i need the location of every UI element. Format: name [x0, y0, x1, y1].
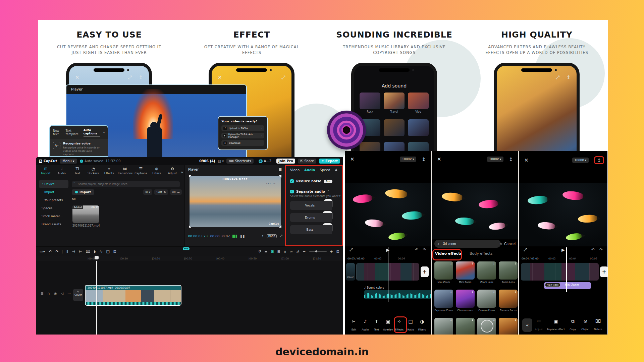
sidebar-item-device[interactable]: • Device: [39, 180, 68, 188]
replace-effect-button[interactable]: ▣Replace effect: [545, 318, 566, 332]
collapse-icon[interactable]: «: [103, 131, 105, 134]
effect-tile[interactable]: ↓Camera Focus: [434, 318, 453, 335]
tab-animation[interactable]: A: [335, 168, 337, 172]
upload-to-tiktok-button[interactable]: ♪ Upload to TikTok ›: [221, 125, 264, 131]
playhead-handle[interactable]: [95, 256, 99, 259]
view-mode-button[interactable]: ⊞▾: [143, 189, 152, 195]
tab-import[interactable]: ⊞Import: [38, 167, 53, 178]
redo-icon[interactable]: ↷: [55, 249, 58, 254]
collapse-toolbar-button[interactable]: «: [522, 318, 532, 332]
tab-text[interactable]: TIText: [70, 167, 85, 178]
share-button[interactable]: ⇱Share: [298, 159, 316, 164]
zoom-in-icon[interactable]: +: [330, 249, 333, 254]
sound-tile[interactable]: Vlog: [408, 93, 429, 113]
play-button[interactable]: ▶: [561, 247, 565, 252]
sound-tile[interactable]: Travel: [384, 93, 405, 113]
object-button[interactable]: ⊜Object: [579, 318, 591, 332]
freeze-icon[interactable]: ◫: [106, 249, 109, 254]
export-icon-highlighted[interactable]: ↥: [594, 156, 604, 164]
vocals-stem-button[interactable]: VocalsPro: [290, 201, 330, 210]
effect-tile[interactable]: ↓Camera Focus II: [456, 318, 475, 335]
effect-tile[interactable]: ↓Viewfinder II: [499, 318, 518, 335]
drums-stem-button[interactable]: DrumsFree: [290, 213, 330, 222]
effect-tile[interactable]: ↓Zoom Lens: [477, 261, 496, 284]
tab-auto-captions[interactable]: Auto captions: [84, 128, 100, 136]
video-clip-strip[interactable]: [521, 263, 599, 281]
cover-tile[interactable]: Cover: [346, 263, 355, 281]
timeline-ruler[interactable]: |00:00 |00:10 |00:20 |00:30 |00:40 |00:5…: [36, 256, 343, 261]
sound-tile[interactable]: [384, 119, 405, 136]
edit-button[interactable]: ✂Edit: [348, 319, 360, 332]
fullscreen-icon[interactable]: ⤢: [350, 247, 353, 252]
export-icon[interactable]: ↥: [509, 157, 513, 162]
recognize-voice-item[interactable]: A⁼ Recognize voice Recognize voice in so…: [50, 139, 108, 157]
ratio-button[interactable]: Ratio: [267, 234, 277, 238]
delete-icon[interactable]: ⌧: [86, 249, 90, 254]
playhead[interactable]: [388, 247, 388, 302]
mirror-icon[interactable]: ⇋: [99, 249, 102, 254]
expand-icon[interactable]: ⤢: [128, 74, 132, 80]
lock-icon[interactable]: ∩: [47, 292, 50, 295]
delete-right-icon[interactable]: ⊢: [79, 249, 82, 254]
redo-icon[interactable]: ↷: [423, 247, 426, 252]
eye-icon[interactable]: ◉: [54, 292, 57, 295]
pause-button[interactable]: ❚❚: [240, 234, 245, 238]
tab-transitions[interactable]: ⋈Transitions: [117, 167, 133, 178]
export-icon[interactable]: ↥: [422, 157, 426, 162]
sidebar-item-spaces[interactable]: Spaces: [39, 204, 68, 212]
effect-tile[interactable]: ↓Zoom Lens: [499, 261, 518, 284]
preview-video[interactable]: HUNNAVA MERE ˬ˯ˬ ˯ˬ CapCut: [190, 176, 281, 227]
audio-waveform[interactable]: [364, 290, 431, 299]
effect-tile[interactable]: ↓Mini Zoom: [456, 261, 475, 284]
undo-icon[interactable]: ↶: [591, 247, 595, 252]
media-thumbnail[interactable]: Added 00:31: [72, 205, 99, 223]
zoom-out-icon[interactable]: −: [303, 249, 306, 254]
effect-tile[interactable]: ↓Mini Zoom: [434, 261, 453, 284]
clear-search-icon[interactable]: ⊗: [499, 242, 502, 246]
add-clip-button[interactable]: +: [421, 266, 429, 277]
import-button[interactable]: Import: [72, 189, 94, 195]
mic-icon[interactable]: ⚲: [258, 249, 261, 254]
close-icon[interactable]: ✕: [524, 157, 529, 163]
filter-all-button[interactable]: All≔: [170, 189, 182, 195]
tab-video[interactable]: Video: [290, 168, 300, 172]
cancel-button[interactable]: Cancel: [504, 242, 516, 246]
select-tool-icon[interactable]: ▭▾: [40, 249, 45, 254]
sound-tile[interactable]: Rock: [360, 93, 380, 113]
add-clip-button[interactable]: +: [600, 266, 607, 277]
magnet-icon[interactable]: ∩: [284, 249, 286, 254]
export-button[interactable]: ↥ Export: [319, 159, 340, 164]
sidebar-item-brand-assets[interactable]: Brand assets: [39, 220, 68, 228]
speaker-icon[interactable]: ◁: [61, 292, 63, 295]
sidebar-item-import[interactable]: Import: [39, 188, 68, 196]
undo-icon[interactable]: ↶: [415, 247, 418, 252]
applied-effect-bar[interactable]: Main video Mini Zoom: [544, 282, 591, 289]
link-icon[interactable]: ∞: [290, 249, 293, 254]
close-icon[interactable]: ✕: [350, 156, 355, 162]
text-button[interactable]: TText: [371, 319, 382, 332]
tab-adjust[interactable]: ⚙Adjust: [165, 167, 180, 178]
tab-effects[interactable]: ✧Effects: [102, 167, 117, 178]
checkbox-checked[interactable]: ✓: [290, 179, 294, 183]
delete-left-icon[interactable]: ⊣: [72, 249, 75, 254]
tab-body-effects[interactable]: Body effects: [470, 251, 492, 256]
delete-button[interactable]: ⌧Delete: [592, 318, 604, 332]
resolution-button[interactable]: 1080P ▾: [400, 157, 417, 162]
track-view-icon[interactable]: ⊟: [277, 249, 280, 254]
effect-tile[interactable]: ↓Magnifying Glass: [477, 318, 496, 335]
effect-tile[interactable]: ↓Chrono-zoom: [456, 290, 475, 312]
join-pro-button[interactable]: Join Pro: [276, 159, 295, 164]
adjust-button[interactable]: ≔Adjust: [533, 318, 545, 332]
fit-timeline-icon[interactable]: ⊡: [336, 249, 339, 254]
tab-stickers[interactable]: ◔Stickers: [86, 167, 101, 178]
split-icon[interactable]: Ⅱ: [66, 249, 68, 254]
zoom-slider[interactable]: [309, 251, 327, 252]
close-icon[interactable]: ✕: [437, 156, 441, 162]
download-button[interactable]: ⇩ Download: [221, 140, 264, 146]
playhead[interactable]: [96, 261, 97, 335]
track-view-icon[interactable]: ≡: [264, 249, 267, 254]
sound-tile[interactable]: [408, 119, 429, 136]
insert-icon[interactable]: ⊞: [41, 292, 43, 295]
redo-icon[interactable]: ↷: [599, 247, 603, 252]
shortcuts-button[interactable]: ⌨Shortcuts: [226, 159, 253, 164]
